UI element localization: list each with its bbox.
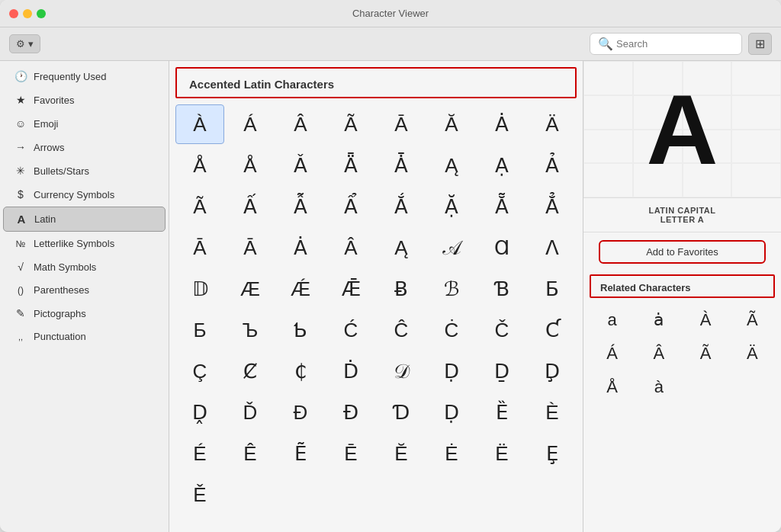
char-cell[interactable]: Ấ: [226, 187, 275, 226]
char-cell[interactable]: 𝔻: [175, 269, 224, 309]
sidebar-item-punctuation[interactable]: ,, Punctuation: [3, 325, 166, 348]
sidebar-item-math-symbols[interactable]: √ Math Symbols: [3, 255, 166, 278]
char-cell[interactable]: Ȅ: [477, 393, 526, 432]
related-cell[interactable]: a: [590, 304, 635, 336]
related-cell[interactable]: Ä: [730, 338, 775, 370]
char-cell[interactable]: Ǟ: [326, 146, 375, 185]
char-cell[interactable]: Ǡ: [377, 146, 426, 185]
sidebar-item-parentheses[interactable]: () Parentheses: [3, 279, 166, 301]
char-cell[interactable]: Č: [477, 310, 526, 350]
char-cell[interactable]: Ą: [377, 228, 426, 268]
sidebar-item-favorites[interactable]: ★ Favorites: [3, 88, 166, 111]
related-cell[interactable]: Á: [590, 338, 635, 370]
char-cell[interactable]: Å: [226, 146, 275, 185]
search-input[interactable]: [616, 38, 731, 50]
char-cell[interactable]: Ă: [427, 104, 476, 144]
related-cell[interactable]: à: [636, 371, 681, 403]
char-cell[interactable]: Ɑ: [477, 228, 526, 268]
char-cell[interactable]: Ƀ: [377, 269, 426, 309]
char-cell[interactable]: Ȧ: [477, 104, 526, 144]
maximize-button[interactable]: [37, 9, 46, 18]
char-cell[interactable]: Ƅ: [276, 310, 325, 350]
sidebar-item-bullets-stars[interactable]: ✳ Bullets/Stars: [3, 159, 166, 182]
char-cell[interactable]: Ã: [175, 187, 224, 226]
sidebar-item-frequently-used[interactable]: 🕐 Frequently Used: [3, 65, 166, 88]
char-cell[interactable]: Ĉ: [377, 310, 426, 350]
char-cell[interactable]: Ḓ: [175, 393, 224, 432]
char-cell[interactable]: Ẳ: [528, 187, 577, 226]
char-cell[interactable]: Ƃ: [528, 269, 577, 309]
add-to-favorites-button[interactable]: Add to Favorites: [599, 240, 766, 264]
char-cell[interactable]: Ć: [326, 310, 375, 350]
char-cell[interactable]: Ď: [226, 393, 275, 432]
related-cell[interactable]: Â: [636, 338, 681, 370]
char-cell[interactable]: Ẵ: [477, 187, 526, 226]
char-cell[interactable]: Ȩ: [528, 434, 577, 473]
gear-button[interactable]: ⚙ ▾: [9, 34, 40, 53]
char-cell[interactable]: Ɗ: [377, 393, 426, 432]
char-cell[interactable]: Ā: [226, 228, 275, 268]
char-cell[interactable]: Ǎ: [276, 146, 325, 185]
char-cell[interactable]: Ḍ: [427, 393, 476, 432]
char-cell[interactable]: Â: [326, 228, 375, 268]
char-cell[interactable]: Ã: [326, 104, 375, 144]
char-cell[interactable]: Ė: [427, 434, 476, 473]
char-cell[interactable]: Ë: [477, 434, 526, 473]
sidebar-item-currency-symbols[interactable]: $ Currency Symbols: [3, 183, 166, 206]
char-cell[interactable]: Ĕ: [377, 434, 426, 473]
char-cell[interactable]: À: [175, 104, 224, 144]
char-cell[interactable]: Å: [175, 146, 224, 185]
char-cell[interactable]: Ê: [226, 434, 275, 473]
char-cell[interactable]: Æ: [226, 269, 275, 309]
char-cell[interactable]: Ả: [528, 146, 577, 185]
char-cell[interactable]: Ḏ: [477, 351, 526, 391]
char-cell[interactable]: Ą: [427, 146, 476, 185]
char-cell[interactable]: Đ: [276, 393, 325, 432]
char-cell[interactable]: Ǽ: [276, 269, 325, 309]
char-cell[interactable]: Ặ: [427, 187, 476, 226]
char-cell[interactable]: Á: [226, 104, 275, 144]
char-cell[interactable]: Ā: [175, 228, 224, 268]
char-cell[interactable]: Ɖ: [326, 393, 375, 432]
related-cell[interactable]: Ã: [730, 304, 775, 336]
char-cell[interactable]: Ç: [175, 351, 224, 391]
related-cell[interactable]: À: [683, 304, 728, 336]
char-cell[interactable]: Ƈ: [528, 310, 577, 350]
related-cell[interactable]: Ã: [683, 338, 728, 370]
char-cell[interactable]: Ḋ: [326, 351, 375, 391]
grid-view-button[interactable]: ⊞: [748, 33, 772, 55]
char-cell[interactable]: Ǣ: [326, 269, 375, 309]
char-cell[interactable]: Ʌ: [528, 228, 577, 268]
char-cell[interactable]: Ē: [326, 434, 375, 473]
char-cell[interactable]: Ẽ: [276, 434, 325, 473]
char-cell[interactable]: Â: [276, 104, 325, 144]
sidebar-item-latin[interactable]: A Latin: [3, 207, 166, 232]
close-button[interactable]: [9, 9, 18, 18]
char-cell[interactable]: ₵: [276, 351, 325, 391]
char-cell[interactable]: Ā: [377, 104, 426, 144]
char-cell[interactable]: È: [528, 393, 577, 432]
char-cell[interactable]: Ạ: [477, 146, 526, 185]
char-cell[interactable]: 𝒟: [377, 351, 426, 391]
char-cell[interactable]: Ɓ: [477, 269, 526, 309]
char-cell[interactable]: Ъ: [226, 310, 275, 350]
char-cell[interactable]: Ȧ: [276, 228, 325, 268]
sidebar-item-pictographs[interactable]: ✎ Pictographs: [3, 302, 166, 325]
sidebar-item-letterlike-symbols[interactable]: № Letterlike Symbols: [3, 232, 166, 255]
char-cell[interactable]: Ắ: [377, 187, 426, 226]
related-cell[interactable]: ȧ: [636, 304, 681, 336]
char-cell[interactable]: É: [175, 434, 224, 473]
char-cell[interactable]: Ḑ: [528, 351, 577, 391]
char-cell[interactable]: Ḍ: [427, 351, 476, 391]
char-cell[interactable]: Ẩ: [326, 187, 375, 226]
char-cell[interactable]: Ċ: [427, 310, 476, 350]
char-cell[interactable]: Ě: [175, 475, 224, 514]
related-cell[interactable]: Å: [590, 371, 635, 403]
sidebar-item-emoji[interactable]: ☺ Emoji: [3, 112, 166, 135]
char-cell[interactable]: Ȼ: [226, 351, 275, 391]
char-cell[interactable]: ℬ: [427, 269, 476, 309]
char-cell[interactable]: Ẫ: [276, 187, 325, 226]
char-cell[interactable]: Б: [175, 310, 224, 350]
sidebar-item-arrows[interactable]: → Arrows: [3, 136, 166, 159]
char-cell[interactable]: Ä: [528, 104, 577, 144]
